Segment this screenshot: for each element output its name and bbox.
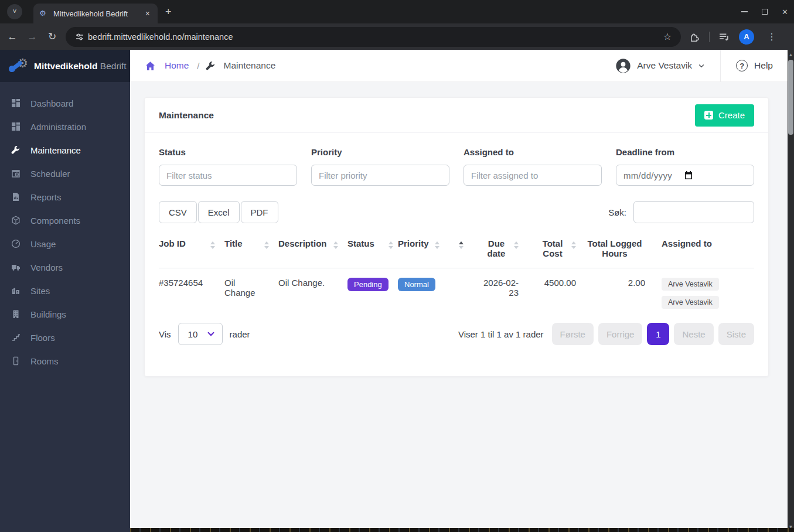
column-header-description[interactable]: Description [278,234,347,268]
site-controls-icon[interactable] [75,32,84,42]
bookmark-star-icon[interactable]: ☆ [663,31,674,42]
sort-icon [435,241,439,249]
filter-assigned-input[interactable] [464,165,602,186]
sidebar-item-vendors[interactable]: Vendors [0,255,130,279]
header-label: Title [224,238,243,248]
header-label: Status [347,238,374,248]
sort-icon [210,241,215,249]
date-placeholder: mm/dd/yyyy [623,170,672,180]
sidebar-item-usage[interactable]: Usage [0,232,130,255]
minimize-icon[interactable] [741,11,748,12]
close-icon[interactable]: ✕ [782,8,788,16]
sidebar-brand[interactable]: ⚙ Mittvedikehold Bedrift [0,50,130,82]
export-csv-button[interactable]: CSV [159,201,197,223]
sidebar-item-label: Usage [30,239,56,249]
media-controls-icon[interactable] [719,32,730,42]
page-size-select[interactable]: 10 [178,323,223,345]
header-label: Total Logged Hours [584,238,645,258]
browser-toolbar: ← → ↻ bedrift.mittvedlikehold.no/mainten… [0,23,794,50]
sidebar-item-reports[interactable]: Reports [0,185,130,209]
export-excel-button[interactable]: Excel [198,201,240,223]
table-row[interactable]: #35724654 Oil Change Oil Change. Pending… [159,268,754,313]
sidebar-item-label: Sites [30,286,50,296]
sidebar-item-label: Vendors [30,262,63,272]
main-content: Maintenance Create Status Priority Assig… [130,82,794,528]
filter-priority-label: Priority [311,147,449,157]
reload-icon[interactable]: ↻ [42,30,62,43]
browser-menu-icon[interactable]: ⋮ [764,31,780,42]
deadline-date-input[interactable]: mm/dd/yyyy [616,165,754,186]
chevron-down-icon: ˅ [12,8,16,16]
sidebar-item-label: Buildings [30,309,66,319]
brand-text: Mittvedikehold Bedrift [34,61,127,71]
sidebar-item-floors[interactable]: Floors [0,326,130,349]
column-header-job-id[interactable]: Job ID [159,234,224,268]
search-input[interactable] [633,201,754,223]
sidebar-item-dashboard[interactable]: Dashboard [0,91,130,115]
sidebar-item-label: Rooms [30,356,59,366]
user-name: Arve Vestavik [637,60,692,71]
cell-description: Oil Change. [278,268,347,313]
filter-status-input[interactable] [159,165,297,186]
forward-icon[interactable]: → [22,31,42,43]
sidebar-item-label: Administration [30,122,86,132]
cell-priority: Normal [398,268,467,313]
table-footer: Vis 10 rader Viser 1 til 1 av 1 rader Fø… [159,323,754,345]
column-header-priority[interactable]: Priority [398,234,467,268]
pagination-page-1-button[interactable]: 1 [647,323,669,345]
page-size-prefix: Vis [159,329,171,339]
scrollbar-thumb[interactable] [788,60,793,135]
column-header-assigned-to[interactable]: Assigned to [645,234,754,268]
sidebar-item-components[interactable]: Components [0,209,130,232]
scroll-up-icon[interactable]: ▲ [788,52,794,57]
table-search: Søk: [608,201,754,223]
column-header-total-logged-hours[interactable]: Total Logged Hours [576,234,645,268]
sidebar-item-maintenance[interactable]: Maintenance [0,138,130,162]
filter-priority-input[interactable] [311,165,449,186]
back-icon[interactable]: ← [2,31,22,43]
search-label: Søk: [608,207,626,217]
extensions-icon[interactable] [689,32,700,42]
column-header-status[interactable]: Status [347,234,398,268]
home-icon[interactable] [145,61,155,71]
sort-icon [389,241,393,249]
card-header: Maintenance Create [145,98,768,133]
filter-deadline-label: Deadline from [616,147,754,157]
sort-icon [333,241,338,249]
calendar-icon[interactable] [684,170,693,180]
sidebar-item-administration[interactable]: Administration [0,115,130,138]
browser-chrome: ˅ ⚙ Mittvedlikehold Bedrift × + ✕ ← → ↻ … [0,0,794,50]
filter-status-label: Status [159,147,297,157]
sidebar-item-rooms[interactable]: Rooms [0,349,130,373]
sort-icon [514,241,519,249]
export-pdf-button[interactable]: PDF [241,201,278,223]
pagination-first-button[interactable]: Første [552,323,594,345]
pagination-previous-button[interactable]: Forrige [598,323,643,345]
sidebar-item-scheduler[interactable]: Scheduler [0,162,130,185]
header-label: Priority [398,238,429,248]
column-header-due-date[interactable]: Due date [467,234,519,268]
page-scrollbar[interactable]: ▲ ▼ [788,50,794,532]
maximize-icon[interactable] [762,9,768,15]
help-button[interactable]: ? Help [721,60,794,71]
cell-job-id: #35724654 [159,268,224,313]
maintenance-card: Maintenance Create Status Priority Assig… [144,97,769,377]
sidebar-item-buildings[interactable]: Buildings [0,302,130,326]
tab-search-button[interactable]: ˅ [7,4,22,19]
pagination-next-button[interactable]: Neste [674,323,713,345]
tab-close-icon[interactable]: × [144,9,152,18]
pagination-last-button[interactable]: Siste [718,323,754,345]
breadcrumb-home-link[interactable]: Home [165,60,189,71]
stairs-icon [11,333,21,342]
user-menu[interactable]: Arve Vestavik [615,58,720,74]
column-header-title[interactable]: Title [224,234,278,268]
calendar-clock-icon [11,169,21,178]
new-tab-button[interactable]: + [165,6,172,18]
url-bar[interactable]: bedrift.mittvedlikehold.no/maintenance ☆ [66,27,681,47]
browser-tab[interactable]: ⚙ Mittvedlikehold Bedrift × [33,4,158,23]
column-header-total-cost[interactable]: Total Cost [519,234,576,268]
create-button[interactable]: Create [695,104,754,127]
sidebar-item-sites[interactable]: Sites [0,279,130,302]
browser-profile-avatar[interactable]: A [739,29,754,45]
background-window-strip [130,528,794,532]
